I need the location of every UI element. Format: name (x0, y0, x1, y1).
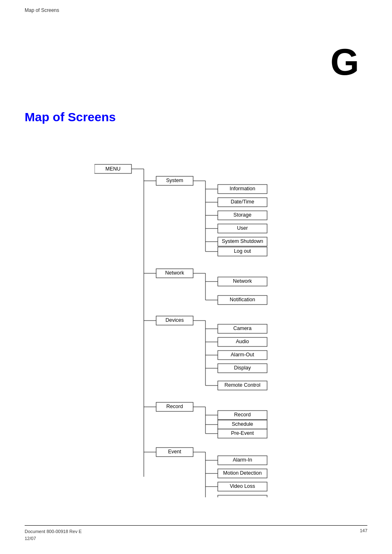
svg-text:Alarm-In: Alarm-In (233, 457, 252, 463)
svg-text:System  Shutdown: System Shutdown (222, 238, 263, 244)
svg-text:Camera: Camera (233, 325, 252, 331)
svg-text:Record: Record (234, 412, 251, 418)
svg-text:Video  Loss: Video Loss (230, 483, 255, 489)
footer-doc-line1: Document 800-00918 Rev E (25, 528, 82, 535)
svg-text:Remote  Control: Remote Control (224, 382, 261, 388)
svg-text:Log  out: Log out (234, 248, 251, 254)
svg-text:Motion  Detection: Motion Detection (223, 470, 262, 476)
svg-text:Audio: Audio (236, 339, 249, 344)
svg-text:Date/Time: Date/Time (231, 199, 254, 205)
footer-page-number: 147 (360, 528, 367, 542)
svg-text:Schedule: Schedule (232, 421, 253, 427)
page-header: Map of Screens (25, 7, 59, 13)
tree-svg: MENU System Information Date/Time Storag… (95, 160, 292, 497)
svg-text:Devices: Devices (166, 317, 184, 323)
svg-text:Text-In: Text-In (235, 496, 250, 497)
svg-text:User: User (237, 225, 248, 231)
footer-doc-line2: 12/07 (25, 535, 82, 542)
svg-text:Information: Information (230, 186, 256, 192)
footer-doc-info: Document 800-00918 Rev E 12/07 (25, 528, 82, 542)
svg-text:Pre-Event: Pre-Event (231, 430, 254, 436)
svg-text:Alarm-Out: Alarm-Out (231, 352, 254, 358)
svg-text:Display: Display (234, 365, 251, 371)
svg-text:Network: Network (165, 270, 184, 276)
svg-text:System: System (166, 178, 183, 183)
tree-diagram: MENU System Information Date/Time Storag… (95, 160, 292, 497)
page-title: Map of Screens (25, 110, 116, 124)
svg-text:Record: Record (166, 404, 183, 409)
svg-text:MENU: MENU (106, 166, 121, 172)
svg-text:Notification: Notification (230, 297, 255, 302)
chapter-letter: G (330, 41, 359, 83)
svg-text:Event: Event (168, 449, 181, 455)
svg-text:Storage: Storage (233, 212, 251, 218)
page-footer: Document 800-00918 Rev E 12/07 147 (25, 525, 367, 542)
svg-text:Network: Network (233, 278, 252, 284)
